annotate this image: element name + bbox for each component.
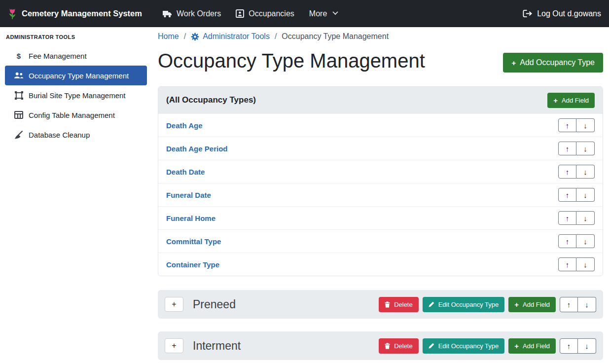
card-title: (All Occupancy Types): [166, 95, 256, 105]
move-up-button[interactable]: ↑: [558, 165, 576, 179]
arrow-down-icon: ↓: [583, 145, 587, 153]
move-down-button[interactable]: ↓: [576, 257, 595, 271]
sidebar-item-burial-site-type-management[interactable]: Burial Site Type Management: [5, 85, 147, 105]
sign-out-icon: [523, 9, 533, 18]
field-link[interactable]: Death Age: [166, 121, 203, 130]
app-brand[interactable]: Cemetery Management System: [8, 7, 142, 20]
add-occupancy-type-button[interactable]: + Add Occupancy Type: [503, 53, 603, 73]
move-down-button[interactable]: ↓: [578, 338, 596, 354]
field-link[interactable]: Funeral Home: [166, 214, 215, 222]
page-header: Occupancy Type Management + Add Occupanc…: [158, 49, 603, 73]
page-title: Occupancy Type Management: [158, 49, 425, 73]
move-up-button[interactable]: ↑: [558, 188, 576, 202]
button-label: Add Field: [523, 342, 550, 350]
arrow-down-icon: ↓: [585, 300, 589, 309]
field-row: Funeral Home ↑ ↓: [158, 206, 603, 229]
nav-label: Occupancies: [249, 9, 294, 18]
sidebar-item-label: Occupancy Type Management: [29, 72, 129, 80]
move-up-button[interactable]: ↑: [558, 118, 576, 132]
move-up-button[interactable]: ↑: [558, 234, 576, 248]
move-down-button[interactable]: ↓: [576, 118, 595, 132]
truck-icon: [162, 10, 172, 18]
expand-button[interactable]: +: [165, 338, 183, 353]
pencil-icon: [429, 301, 434, 307]
field-link[interactable]: Container Type: [166, 260, 219, 269]
nav-more[interactable]: More: [309, 9, 337, 18]
sidebar-item-config-table-management[interactable]: Config Table Management: [5, 105, 147, 125]
tulip-logo-icon: [8, 7, 17, 20]
button-label: Edit Occupancy Type: [438, 342, 499, 350]
occupancy-type-section-preneed: + Preneed Delete Edit Occupanc: [158, 290, 603, 319]
field-row: Funeral Date ↑ ↓: [158, 183, 603, 206]
broom-icon: [14, 130, 24, 139]
move-up-button[interactable]: ↑: [560, 338, 578, 354]
move-down-button[interactable]: ↓: [578, 297, 596, 312]
arrow-down-icon: ↓: [583, 121, 587, 130]
nav-occupancies[interactable]: Occupancies: [236, 9, 294, 18]
edit-occupancy-type-button[interactable]: Edit Occupancy Type: [423, 338, 505, 354]
edit-occupancy-type-button[interactable]: Edit Occupancy Type: [423, 297, 505, 312]
field-link[interactable]: Committal Type: [166, 237, 221, 246]
move-up-button[interactable]: ↑: [558, 211, 576, 225]
field-row: Death Date ↑ ↓: [158, 160, 603, 183]
button-label: Delete: [394, 301, 413, 308]
add-field-button[interactable]: + Add Field: [547, 93, 595, 108]
plus-icon: +: [514, 301, 519, 308]
arrow-down-icon: ↓: [583, 168, 587, 176]
sidebar-item-database-cleanup[interactable]: Database Cleanup: [5, 125, 147, 145]
table-icon: [14, 111, 24, 119]
arrow-up-icon: ↑: [566, 121, 570, 130]
arrow-up-icon: ↑: [566, 260, 570, 269]
dollar-icon: $: [14, 52, 24, 60]
field-link[interactable]: Death Age Period: [166, 145, 227, 153]
field-link[interactable]: Death Date: [166, 168, 205, 176]
move-down-button[interactable]: ↓: [576, 142, 595, 155]
button-label: Edit Occupancy Type: [438, 301, 499, 308]
sidebar-item-occupancy-type-management[interactable]: Occupancy Type Management: [5, 66, 147, 85]
breadcrumb: Home / Administrator Tools / Occupanc: [158, 32, 603, 41]
arrow-up-icon: ↑: [567, 300, 571, 309]
expand-button[interactable]: +: [165, 297, 183, 312]
add-field-button[interactable]: + Add Field: [508, 297, 556, 312]
breadcrumb-separator: /: [275, 32, 277, 41]
move-up-button[interactable]: ↑: [558, 142, 576, 155]
move-down-button[interactable]: ↓: [576, 165, 595, 179]
breadcrumb-home-link[interactable]: Home: [158, 32, 179, 41]
nav-label: Work Orders: [177, 9, 221, 18]
breadcrumb-separator: /: [184, 32, 186, 41]
all-occupancy-types-card: (All Occupancy Types) + Add Field Death …: [158, 86, 603, 276]
section-title: Preneed: [193, 298, 236, 311]
nav-work-orders[interactable]: Work Orders: [162, 9, 221, 18]
gear-icon: [191, 33, 199, 41]
breadcrumb-label: Home: [158, 32, 179, 41]
arrow-up-icon: ↑: [566, 191, 570, 199]
field-row: Death Age ↑ ↓: [158, 113, 603, 137]
add-field-button[interactable]: + Add Field: [508, 338, 556, 354]
breadcrumb-admin-tools-link[interactable]: Administrator Tools: [191, 32, 270, 41]
move-down-button[interactable]: ↓: [576, 188, 595, 202]
delete-button[interactable]: Delete: [379, 338, 419, 354]
move-up-button[interactable]: ↑: [560, 297, 578, 312]
card-header: (All Occupancy Types) + Add Field: [158, 87, 603, 113]
reorder-button-group: ↑ ↓: [558, 211, 595, 225]
arrow-up-icon: ↑: [566, 237, 570, 246]
reorder-button-group: ↑ ↓: [558, 257, 595, 271]
move-down-button[interactable]: ↓: [576, 211, 595, 225]
field-row: Container Type ↑ ↓: [158, 253, 603, 276]
move-down-button[interactable]: ↓: [576, 234, 595, 248]
field-row: Death Age Period ↑ ↓: [158, 137, 603, 160]
sidebar-item-label: Database Cleanup: [29, 131, 90, 139]
sidebar-item-fee-management[interactable]: $ Fee Management: [5, 46, 147, 66]
arrow-down-icon: ↓: [583, 260, 587, 269]
occupancy-type-section-interment: + Interment Delete Edit Occupa: [158, 331, 603, 360]
move-up-button[interactable]: ↑: [558, 257, 576, 271]
logout-button[interactable]: Log Out d.gowans: [523, 9, 601, 18]
reorder-button-group: ↑ ↓: [558, 234, 595, 248]
sidebar-item-label: Fee Management: [29, 52, 87, 60]
section-title: Interment: [193, 339, 241, 353]
button-label: Add Occupancy Type: [520, 58, 595, 67]
reorder-button-group: ↑ ↓: [558, 142, 595, 155]
pencil-icon: [429, 343, 434, 349]
delete-button[interactable]: Delete: [379, 297, 419, 312]
field-link[interactable]: Funeral Date: [166, 191, 211, 199]
